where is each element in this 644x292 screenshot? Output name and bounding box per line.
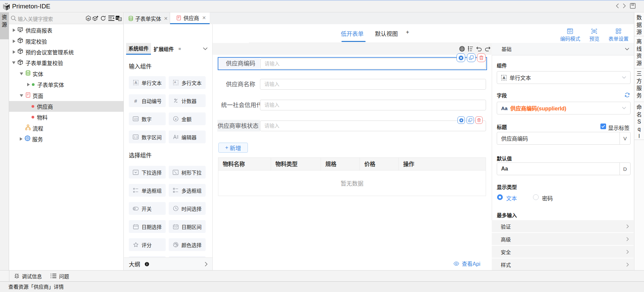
svg-text:123: 123 [134,118,138,120]
svg-text:1~3: 1~3 [134,136,138,138]
svg-text:AI: AI [87,17,90,20]
svg-text:A: A [135,81,137,85]
svg-text:文: 文 [119,18,121,21]
svg-text:A: A [174,81,176,84]
svg-text:¥: ¥ [174,117,177,121]
svg-text:A: A [502,75,505,80]
